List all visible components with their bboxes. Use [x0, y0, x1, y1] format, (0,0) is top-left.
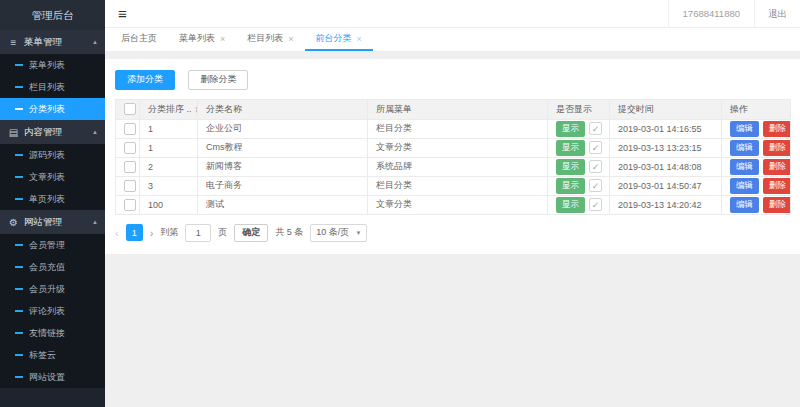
show-checkbox[interactable]: ✓ — [589, 160, 602, 173]
show-badge[interactable]: 显示 — [556, 178, 585, 194]
delete-button[interactable]: 删除 — [763, 178, 791, 194]
sidebar-item-source-list[interactable]: 源码列表 — [0, 144, 105, 166]
menu-icon: ≡ — [7, 37, 20, 48]
sidebar: 管理后台 ≡ 菜单管理 ▲ 菜单列表 栏目列表 分类列表 — [0, 0, 105, 407]
table-row: 1 企业公司 栏目分类 显示✓ 2019-03-01 14:16:55 编辑删除 — [116, 119, 791, 138]
tab-bar: 后台主页 菜单列表 × 栏目列表 × 前台分类 × — [105, 28, 800, 52]
sidebar-item-member-upgrade[interactable]: 会员升级 — [0, 278, 105, 300]
sidebar-item-label: 源码列表 — [29, 149, 65, 162]
table-row: 1 Cms教程 文章分类 显示✓ 2019-03-13 13:23:15 编辑删… — [116, 138, 791, 157]
close-icon[interactable]: × — [357, 34, 362, 44]
select-all-checkbox[interactable] — [124, 103, 136, 115]
column-header-time: 提交时间 — [610, 99, 722, 119]
edit-button[interactable]: 编辑 — [730, 197, 759, 213]
sidebar-filler — [0, 388, 105, 407]
order-cell: 1 — [140, 119, 198, 138]
time-cell: 2019-03-13 14:20:42 — [610, 195, 722, 214]
show-badge[interactable]: 显示 — [556, 159, 585, 175]
sidebar-item-label: 评论列表 — [29, 305, 65, 318]
name-cell: 新闻博客 — [198, 157, 368, 176]
tab-label: 菜单列表 — [179, 32, 215, 45]
show-badge[interactable]: 显示 — [556, 140, 585, 156]
sidebar-item-comment-list[interactable]: 评论列表 — [0, 300, 105, 322]
current-page-button[interactable]: 1 — [126, 224, 143, 241]
nav-children: 菜单列表 栏目列表 分类列表 — [0, 54, 105, 120]
tab-menu-list[interactable]: 菜单列表 × — [168, 28, 236, 51]
delete-button[interactable]: 删除 — [763, 197, 791, 213]
column-header-order: 分类排序 .. — [148, 104, 192, 114]
sidebar-item-column-list[interactable]: 栏目列表 — [0, 76, 105, 98]
tab-label: 后台主页 — [121, 32, 157, 45]
name-cell: 电子商务 — [198, 176, 368, 195]
confirm-page-button[interactable]: 确定 — [234, 224, 268, 242]
sidebar-item-site-settings[interactable]: 网站设置 — [0, 366, 105, 388]
page-size-select[interactable]: 10 条/页 ▼ — [310, 224, 367, 242]
close-icon[interactable]: × — [288, 34, 293, 44]
sidebar-group-site[interactable]: ⚙ 网站管理 ▲ — [0, 210, 105, 234]
menu-cell: 系统品牌 — [368, 157, 548, 176]
sidebar-item-label: 标签云 — [29, 349, 56, 362]
sidebar-item-label: 分类列表 — [29, 103, 65, 116]
tab-column-list[interactable]: 栏目列表 × — [236, 28, 304, 51]
row-checkbox[interactable] — [124, 161, 136, 173]
collapse-arrow-icon: ▲ — [92, 129, 98, 135]
next-page-icon[interactable]: › — [150, 227, 154, 239]
row-checkbox[interactable] — [124, 123, 136, 135]
dash-icon — [15, 86, 23, 88]
username[interactable]: 17688411880 — [668, 0, 754, 28]
delete-button[interactable]: 删除 — [763, 159, 791, 175]
row-checkbox[interactable] — [124, 199, 136, 211]
sidebar-item-category-list[interactable]: 分类列表 — [0, 98, 105, 120]
edit-button[interactable]: 编辑 — [730, 140, 759, 156]
nav-group-content: ▤ 内容管理 ▲ 源码列表 文章列表 单页列表 — [0, 120, 105, 210]
dash-icon — [15, 176, 23, 178]
edit-button[interactable]: 编辑 — [730, 121, 759, 137]
sidebar-group-label: 菜单管理 — [24, 36, 62, 49]
total-count-label: 共 5 条 — [275, 226, 303, 239]
show-checkbox[interactable]: ✓ — [589, 141, 602, 154]
sidebar-item-page-list[interactable]: 单页列表 — [0, 188, 105, 210]
show-badge[interactable]: 显示 — [556, 197, 585, 213]
category-card: 添加分类 删除分类 分类排序 ..▲▼ 分类名称 — [105, 59, 800, 254]
prev-page-icon[interactable]: ‹ — [115, 227, 119, 239]
sidebar-item-member-manage[interactable]: 会员管理 — [0, 234, 105, 256]
logout-button[interactable]: 退出 — [754, 0, 800, 28]
time-cell: 2019-03-01 14:50:47 — [610, 176, 722, 195]
row-checkbox[interactable] — [124, 142, 136, 154]
name-cell: Cms教程 — [198, 138, 368, 157]
show-badge[interactable]: 显示 — [556, 121, 585, 137]
delete-category-button[interactable]: 删除分类 — [188, 70, 248, 90]
show-checkbox[interactable]: ✓ — [589, 179, 602, 192]
delete-button[interactable]: 删除 — [763, 140, 791, 156]
table-row: 100 测试 文章分类 显示✓ 2019-03-13 14:20:42 编辑删除 — [116, 195, 791, 214]
edit-button[interactable]: 编辑 — [730, 159, 759, 175]
sidebar-item-member-recharge[interactable]: 会员充值 — [0, 256, 105, 278]
row-checkbox[interactable] — [124, 180, 136, 192]
sidebar-item-menu-list[interactable]: 菜单列表 — [0, 54, 105, 76]
sidebar-group-menu[interactable]: ≡ 菜单管理 ▲ — [0, 30, 105, 54]
nav-children: 会员管理 会员充值 会员升级 评论列表 友情链接 — [0, 234, 105, 388]
column-header-show: 是否显示 — [548, 99, 610, 119]
sidebar-group-content[interactable]: ▤ 内容管理 ▲ — [0, 120, 105, 144]
sidebar-item-article-list[interactable]: 文章列表 — [0, 166, 105, 188]
tab-front-category[interactable]: 前台分类 × — [305, 28, 373, 51]
delete-button[interactable]: 删除 — [763, 121, 791, 137]
hamburger-icon[interactable]: ≡ — [105, 5, 140, 22]
content-area: 添加分类 删除分类 分类排序 ..▲▼ 分类名称 — [105, 52, 800, 407]
content-icon: ▤ — [7, 127, 20, 138]
close-icon[interactable]: × — [220, 34, 225, 44]
order-cell: 100 — [140, 195, 198, 214]
dash-icon — [15, 108, 23, 110]
show-checkbox[interactable]: ✓ — [589, 198, 602, 211]
edit-button[interactable]: 编辑 — [730, 178, 759, 194]
tab-home[interactable]: 后台主页 — [110, 28, 168, 51]
name-cell: 企业公司 — [198, 119, 368, 138]
sidebar-item-friend-links[interactable]: 友情链接 — [0, 322, 105, 344]
show-checkbox[interactable]: ✓ — [589, 122, 602, 135]
add-category-button[interactable]: 添加分类 — [115, 70, 175, 90]
goto-page-input[interactable] — [185, 224, 211, 242]
sidebar-item-tag-cloud[interactable]: 标签云 — [0, 344, 105, 366]
main-area: ≡ 17688411880 退出 后台主页 菜单列表 × 栏目列表 × 前台分类… — [105, 0, 800, 407]
order-cell: 3 — [140, 176, 198, 195]
collapse-arrow-icon: ▲ — [92, 219, 98, 225]
